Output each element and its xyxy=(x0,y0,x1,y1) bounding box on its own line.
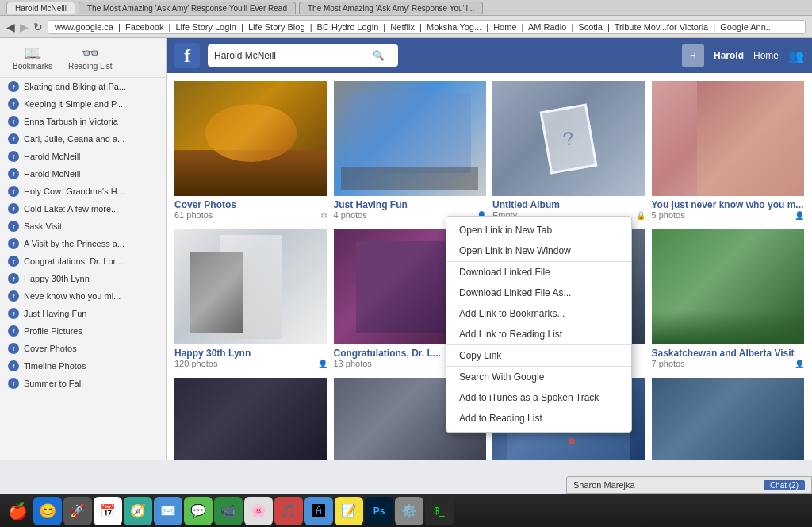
photo-thumb-sask-alberta xyxy=(652,229,805,344)
reading-list-tab[interactable]: 👓 Reading List xyxy=(68,44,113,71)
sidebar-header: 📖 Bookmarks 👓 Reading List xyxy=(0,38,166,78)
context-menu-item-add-bookmarks[interactable]: Add Link to Bookmarks... xyxy=(446,303,631,324)
sidebar-item-label-2: Enna Tarbush in Victoria xyxy=(24,117,118,126)
photo-item-row3d[interactable] xyxy=(652,378,805,460)
sidebar-item-coldlake[interactable]: f Cold Lake: A few more... xyxy=(0,200,166,217)
context-menu-item-add-reading[interactable]: Add Link to Reading List xyxy=(446,324,631,345)
sidebar-item-keeping[interactable]: f Keeping it Simple and P... xyxy=(0,95,166,113)
sidebar-item-sask[interactable]: f Sask Visit xyxy=(0,217,166,235)
photo-info-cover: Cover Photos 61 photos ⚙ xyxy=(174,196,327,223)
sidebar-item-harold2[interactable]: f Harold McNeill xyxy=(0,165,166,183)
photos-icon[interactable]: 🌸 xyxy=(244,497,273,525)
sidebar-item-label-3: Carl, Julie, Ceana and a... xyxy=(24,134,124,144)
user-avatar: H xyxy=(682,44,704,67)
sidebar-item-timeline[interactable]: f Timeline Photos xyxy=(0,357,166,375)
notes-icon[interactable]: 📝 xyxy=(335,497,363,525)
context-menu-item-download[interactable]: Download Linked File xyxy=(446,262,631,283)
photo-title-neverwho: You just never know who you m... xyxy=(652,199,805,210)
sidebar-item-profile[interactable]: f Profile Pictures xyxy=(0,322,166,340)
chat-indicator[interactable]: Chat (2) xyxy=(764,480,805,490)
sidebar-item-label-12: Neve know who you mi... xyxy=(24,291,121,301)
context-menu-item-copy-link[interactable]: Copy Link xyxy=(446,345,631,367)
safari-icon[interactable]: 🧭 xyxy=(124,497,152,525)
sidebar-item-harold1[interactable]: f Harold McNeill xyxy=(0,148,166,165)
sidebar-favicon-4: f xyxy=(8,151,19,162)
fb-header: f 🔍 H Harold Home 👥 xyxy=(167,38,812,73)
sidebar-item-summerfall[interactable]: f Summer to Fall xyxy=(0,375,166,392)
photo-item-untitled[interactable]: ? Untitled Album Empty 🔒 xyxy=(492,81,645,223)
photo-title-untitled: Untitled Album xyxy=(492,199,645,210)
sidebar-item-skating[interactable]: f Skating and Biking at Pa... xyxy=(0,78,166,95)
people-icon-neverwho: 👤 xyxy=(795,211,804,220)
mail-icon[interactable]: ✉️ xyxy=(154,497,182,525)
facetime-icon[interactable]: 📹 xyxy=(214,497,243,525)
itunes-icon[interactable]: 🎵 xyxy=(274,497,303,525)
photo-item-sask-alberta[interactable]: Saskatchewan and Alberta Visit 7 photos … xyxy=(652,229,805,371)
sidebar-item-label-6: Holy Cow: Grandma's H... xyxy=(24,187,124,196)
sidebar-item-label-1: Keeping it Simple and P... xyxy=(24,99,123,109)
reading-list-label: Reading List xyxy=(68,62,113,71)
appstore-icon[interactable]: 🅰 xyxy=(304,497,333,525)
browser-tab-bar[interactable]: Harold McNeill The Most Amazing 'Ask Amy… xyxy=(0,0,812,16)
sidebar-item-justhaving[interactable]: f Just Having Fun xyxy=(0,305,166,322)
photoshop-icon[interactable]: Ps xyxy=(365,497,393,525)
sharon-name: Sharon Marejka xyxy=(573,480,757,490)
chat-status-bar: Sharon Marejka Chat (2) xyxy=(566,476,812,494)
photo-item-fun[interactable]: Just Having Fun 4 photos 👤 xyxy=(334,81,487,223)
photo-item-happy30[interactable]: Happy 30th Lynn 120 photos 👤 xyxy=(174,229,327,371)
photo-item-cover[interactable]: Cover Photos 61 photos ⚙ xyxy=(174,81,327,223)
sidebar-item-congrats[interactable]: f Congratulations, Dr. Lor... xyxy=(0,252,166,270)
sidebar-item-princess[interactable]: f A Visit by the Princess a... xyxy=(0,235,166,252)
photo-title-sask: Saskatchewan and Alberta Visit xyxy=(652,348,805,359)
sidebar-item-enna[interactable]: f Enna Tarbush in Victoria xyxy=(0,113,166,130)
home-link[interactable]: Home xyxy=(753,50,779,61)
lock-icon-untitled: 🔒 xyxy=(636,211,645,220)
context-menu-item-search-google[interactable]: Search With Google xyxy=(446,367,631,387)
reload-button[interactable]: ↻ xyxy=(33,21,43,33)
context-menu-item-open-tab[interactable]: Open Link in New Tab xyxy=(446,220,631,240)
user-name[interactable]: Harold xyxy=(714,50,744,61)
fb-search-container[interactable]: 🔍 xyxy=(208,44,398,67)
sidebar-favicon-7: f xyxy=(8,203,19,214)
people-icon-happy30: 👤 xyxy=(318,360,327,368)
sidebar-favicon-13: f xyxy=(8,308,19,319)
photo-item-neverwho[interactable]: You just never know who you m... 5 photo… xyxy=(652,81,805,223)
photo-title-cover: Cover Photos xyxy=(174,199,327,210)
sidebar-item-carl[interactable]: f Carl, Julie, Ceana and a... xyxy=(0,130,166,148)
url-bar: ◀ ▶ ↻ www.google.ca | Facebook | Life St… xyxy=(0,16,812,38)
back-button[interactable]: ◀ xyxy=(6,21,15,33)
calendar-icon[interactable]: 📅 xyxy=(94,497,122,525)
terminal-icon[interactable]: $_ xyxy=(425,497,454,525)
url-input-container[interactable]: www.google.ca | Facebook | Life Story Lo… xyxy=(48,20,806,34)
sidebar-item-happy30[interactable]: f Happy 30th Lynn xyxy=(0,270,166,287)
friends-icon[interactable]: 👥 xyxy=(788,48,804,63)
messages-icon[interactable]: 💬 xyxy=(184,497,213,525)
context-menu-item-add-reading2[interactable]: Add to Reading List xyxy=(446,408,631,429)
sidebar-item-holycow[interactable]: f Holy Cow: Grandma's H... xyxy=(0,183,166,200)
apple-menu-button[interactable]: 🍎 xyxy=(3,497,32,525)
finder-icon[interactable]: 😊 xyxy=(33,497,62,525)
tab-askamy1[interactable]: The Most Amazing 'Ask Amy' Response You'… xyxy=(79,2,296,14)
context-menu-item-add-itunes[interactable]: Add to iTunes as a Spoken Track xyxy=(446,387,631,408)
photo-item-row3a[interactable] xyxy=(174,378,327,460)
fb-search-input[interactable] xyxy=(214,50,373,61)
bookmarks-label: Bookmarks xyxy=(13,62,52,71)
sidebar-favicon-11: f xyxy=(8,273,19,284)
tab-askamy2[interactable]: The Most Amazing 'Ask Amy' Response You'… xyxy=(299,2,483,14)
sidebar-item-neve[interactable]: f Neve know who you mi... xyxy=(0,287,166,305)
bookmarks-tab[interactable]: 📖 Bookmarks xyxy=(13,44,52,71)
photo-thumb-neverwho xyxy=(652,81,805,196)
fb-logo: f xyxy=(174,43,200,68)
system-prefs-icon[interactable]: ⚙️ xyxy=(395,497,423,525)
context-menu-item-open-window[interactable]: Open Link in New Window xyxy=(446,240,631,262)
photo-count-happy30: 120 photos xyxy=(174,359,217,368)
launchpad-icon[interactable]: 🚀 xyxy=(63,497,92,525)
photo-thumb-row3d xyxy=(652,378,805,460)
sidebar-item-coverphotos[interactable]: f Cover Photos xyxy=(0,340,166,357)
context-menu-item-download-as[interactable]: Download Linked File As... xyxy=(446,283,631,303)
forward-button[interactable]: ▶ xyxy=(20,21,29,33)
sidebar-favicon-14: f xyxy=(8,325,19,337)
sidebar-item-label-15: Cover Photos xyxy=(24,344,77,353)
photo-thumb-happy30 xyxy=(174,229,327,344)
tab-harold[interactable]: Harold McNeill xyxy=(6,2,75,14)
